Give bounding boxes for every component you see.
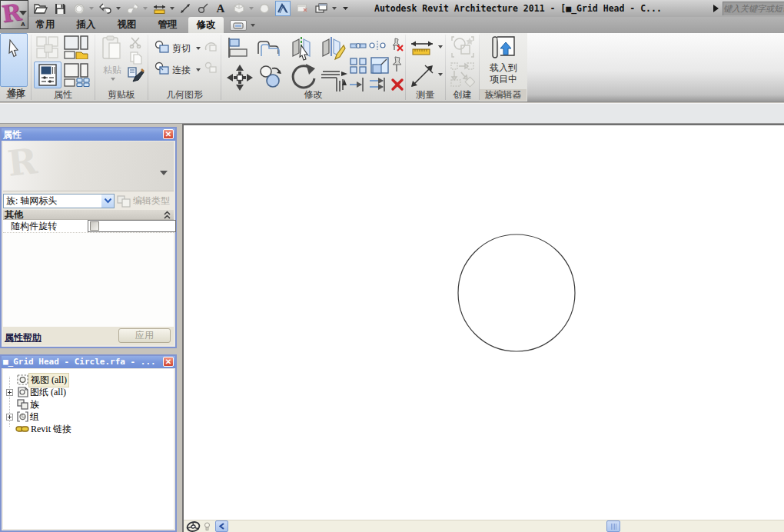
uncut-geometry-icon[interactable] [204, 40, 218, 52]
measure-between-references-icon[interactable] [410, 38, 434, 58]
application-menu-button[interactable]: R A [0, 0, 28, 29]
close-hidden-windows-button[interactable] [294, 1, 310, 16]
cut-geometry-caret-icon[interactable] [196, 47, 201, 50]
split-element-icon[interactable] [350, 39, 367, 52]
tab-manage[interactable]: 管理 [150, 17, 185, 33]
type-preview[interactable]: R [3, 141, 174, 191]
switch-windows-dropdown-caret-icon[interactable] [332, 7, 337, 10]
infocenter-expand-icon[interactable] [713, 5, 719, 12]
rotate-icon[interactable] [289, 62, 317, 91]
text-button[interactable]: A [214, 1, 228, 16]
copy-element-icon[interactable] [258, 64, 284, 90]
pin-icon[interactable] [392, 56, 403, 73]
aligned-dimension-icon[interactable] [410, 64, 434, 88]
tag-button[interactable] [196, 1, 210, 16]
project-browser-close-button[interactable]: ✕ [163, 357, 174, 367]
measure-caret-icon[interactable] [438, 45, 443, 48]
grid-head-circle[interactable] [456, 232, 577, 354]
sync-3d-dropdown-caret-icon[interactable] [89, 7, 94, 10]
apply-button[interactable]: 应用 [118, 328, 171, 343]
collapse-chevrons-icon[interactable] [164, 211, 171, 219]
match-type-icon[interactable] [128, 67, 145, 84]
open-button[interactable] [32, 1, 49, 16]
ribbon-state-toggle-button[interactable] [230, 20, 247, 31]
panel-label-select[interactable]: 选择 [0, 89, 31, 101]
type-selector-dropdown-button[interactable] [101, 194, 115, 208]
scale-icon[interactable] [370, 57, 389, 74]
panel-label-measure[interactable]: 测量 [406, 89, 445, 101]
switch-windows-button[interactable] [314, 1, 330, 16]
aligned-dimension-button[interactable] [178, 1, 192, 16]
tree-item-revit-links[interactable]: Revit 链接 [15, 423, 73, 435]
tree-item-families[interactable]: 族 [17, 398, 41, 411]
create-group-icon[interactable] [451, 35, 474, 58]
array-icon[interactable] [349, 57, 367, 74]
default-3d-view-dropdown-caret-icon[interactable] [249, 7, 254, 10]
panel-label-create[interactable]: 创建 [446, 89, 479, 101]
cut-geometry-label[interactable]: 剪切 [172, 42, 191, 55]
mirror-draw-axis-icon[interactable] [320, 36, 346, 61]
modify-tool-button[interactable]: 修改 [0, 33, 28, 87]
tree-item-sheets[interactable]: 图纸 (all) [17, 386, 68, 398]
steering-wheel-icon[interactable] [186, 521, 201, 532]
tree-item-views[interactable]: 视图 (all) [17, 374, 69, 386]
mirror-pick-axis-icon[interactable] [289, 36, 314, 61]
panel-label-geometry[interactable]: 几何图形 [148, 89, 221, 101]
default-3d-view-button[interactable] [231, 1, 247, 16]
tab-insert[interactable]: 插入 [68, 17, 104, 33]
align-icon[interactable] [227, 37, 250, 58]
copy-icon[interactable] [130, 52, 142, 65]
panel-label-clipboard[interactable]: 剪贴板 [95, 89, 148, 101]
load-into-project-icon[interactable] [490, 36, 517, 59]
expander-sheets[interactable] [6, 389, 13, 396]
sun-light-icon[interactable] [204, 522, 211, 531]
redo-dropdown-caret-icon[interactable] [143, 7, 148, 10]
hscroll-thumb[interactable] [606, 520, 620, 532]
panel-label-family-editor[interactable]: 族编辑器 [480, 89, 527, 101]
create-similar-icon[interactable] [450, 62, 475, 88]
render-button[interactable] [257, 1, 271, 16]
redo-button[interactable] [125, 1, 141, 16]
offset-icon[interactable] [257, 38, 283, 57]
cut-icon[interactable] [129, 37, 142, 48]
trim-extend-corner-icon[interactable] [320, 64, 349, 91]
panel-label-properties[interactable]: 属性 [32, 89, 95, 101]
thin-lines-button[interactable] [275, 1, 291, 16]
hscroll-left-button[interactable] [215, 520, 228, 532]
paste-icon[interactable] [101, 35, 123, 62]
measure-tape-button[interactable] [151, 1, 168, 16]
type-selector-combobox[interactable]: 族: 轴网标头 [3, 194, 114, 208]
measure-tape-dropdown-caret-icon[interactable] [170, 7, 174, 10]
sync-3d-button[interactable] [71, 1, 87, 16]
type-properties-icon[interactable] [64, 63, 90, 87]
join-geometry-icon[interactable] [154, 62, 170, 75]
preview-expand-icon[interactable] [160, 171, 168, 175]
unjoin-geometry-icon[interactable] [204, 62, 218, 74]
join-geometry-caret-icon[interactable] [196, 68, 201, 71]
drawing-area[interactable] [182, 124, 784, 532]
split-with-gap-icon[interactable] [369, 39, 386, 52]
properties-close-button[interactable]: ✕ [163, 129, 174, 139]
panel-label-modify[interactable]: 修改 [221, 89, 405, 101]
move-icon[interactable] [226, 64, 254, 91]
section-header-other[interactable]: 其他 [3, 210, 174, 220]
family-category-parameters-icon[interactable] [35, 35, 59, 59]
tab-modify[interactable]: 修改 [188, 17, 224, 33]
project-browser-title[interactable]: ■_Grid Head - Circle.rfa - ... [2, 356, 175, 368]
save-button[interactable] [53, 1, 68, 16]
expander-groups[interactable] [6, 414, 13, 421]
properties-help-link[interactable]: 属性帮助 [5, 331, 42, 344]
properties-palette-title[interactable]: 属性 [2, 128, 175, 141]
paste-label[interactable]: 粘贴 [103, 64, 121, 77]
cut-geometry-icon[interactable] [154, 40, 170, 54]
search-input[interactable]: 键入关键字或短语 [723, 2, 784, 15]
family-types-icon[interactable] [64, 35, 90, 59]
rotate-with-component-checkbox[interactable] [90, 221, 99, 231]
tab-home[interactable]: 常用 [28, 17, 63, 33]
edit-type-button[interactable]: 编辑类型 [117, 194, 176, 208]
paste-caret-icon[interactable] [111, 78, 115, 81]
unpin-icon[interactable] [389, 38, 404, 52]
undo-dropdown-caret-icon[interactable] [116, 7, 121, 10]
ribbon-state-caret-icon[interactable] [251, 24, 255, 27]
aligned-dimension-caret-icon[interactable] [438, 73, 443, 76]
